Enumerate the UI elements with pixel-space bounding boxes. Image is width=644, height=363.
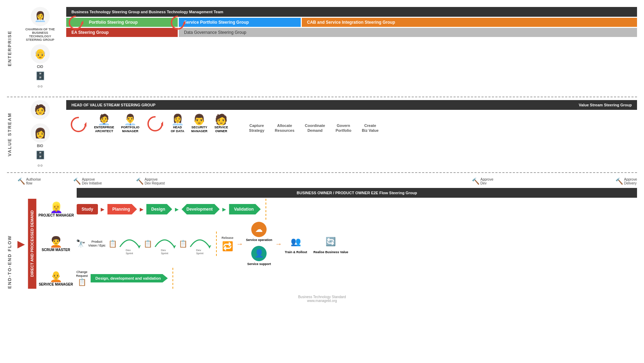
e2e-label: END-TO-END FLOW — [7, 176, 12, 289]
release-label: Release — [222, 236, 233, 240]
phase-planning: Planning — [107, 204, 137, 214]
sm-label: SCRUM MASTER — [41, 248, 70, 252]
arc-1 — [118, 233, 141, 249]
phase-validation: Validation — [229, 204, 261, 214]
sec-mgr-label: SECURITYMANAGER — [191, 126, 208, 133]
dotted-v-1 — [266, 199, 266, 220]
service-sup-icon: 👤 — [251, 246, 267, 261]
e2e-content: 🔨 Authoriseflow 🔨 ApproveDev Initiative … — [17, 176, 637, 289]
sm-person: 🧑‍🦱 SCRUM MASTER — [38, 236, 73, 252]
realise-bv-icon: 🔄 — [323, 234, 338, 249]
approve-delivery: 🔨 ApproveDelivery — [615, 177, 637, 185]
train-rollout-label: Train & Rollout — [285, 250, 307, 254]
flow-outer: ▶ DIRECT AND PROCESSED DEMAND 👱‍♀️ PROJE… — [17, 199, 637, 289]
binoculars: 🔭 — [76, 239, 85, 248]
bo-dark-bar: BUSINESS OWNER / PRODUCT OWNER E2E Flow … — [77, 188, 637, 198]
vs-db-icon: 🗄️⚙⚙ — [36, 151, 45, 169]
cio-label: CIO — [37, 65, 43, 69]
svc-label: SERVICE MANAGER — [39, 282, 73, 286]
data-gov-text: Data Governance Steering Group — [179, 28, 637, 37]
activity-govern: GovernPortfolio — [336, 123, 351, 133]
bio-avatar: 👩 BIO — [31, 123, 50, 148]
arrow-3: ▶ — [175, 206, 179, 212]
chairman-avatar: 👩‍💼 CHAIRMAN OF THE BUSINESS TECHNOLOGY … — [21, 7, 59, 41]
sprint-1: 📋 DevSprint — [108, 233, 141, 255]
divider-2 — [7, 172, 637, 173]
divider-1 — [7, 97, 637, 97]
design-dev-val: Design, development and validation — [91, 274, 168, 282]
svg-point-2 — [171, 16, 184, 29]
demand-label: DIRECT AND PROCESSED DEMAND — [28, 199, 36, 289]
arrow-2: ▶ — [140, 206, 144, 212]
bo-bar-text: BUSINESS OWNER / PRODUCT OWNER E2E Flow … — [297, 191, 417, 195]
vs-head-label: HEAD OF VALUE STREAM STEERING GROUP — [71, 103, 155, 107]
approve-authorise: 🔨 Authoriseflow — [17, 177, 73, 185]
flow-rows: 👱‍♀️ PROJECT MANAGER Study ▶ Planning ▶ … — [38, 199, 637, 289]
svc-person: 🧑‍🦲 SERVICE MANAGER — [38, 270, 73, 286]
service-portfolio-sg-bar: Service Portfolio Steering Group — [179, 18, 301, 27]
cycle-placeholder — [70, 116, 87, 133]
vs-activities: CaptureStrategy AllocateResources Coordi… — [249, 123, 379, 133]
vs-dark-bar: HEAD OF VALUE STREAM STEERING GROUP Valu… — [66, 100, 637, 110]
chairman-label: CHAIRMAN OF THE BUSINESS TECHNOLOGY STEE… — [21, 28, 59, 41]
role-ea: 🧑‍💼 ENTERPRISEARCHITECT — [94, 113, 114, 133]
activity-coord: CoordinateDemand — [305, 123, 325, 133]
activity-capture: CaptureStrategy — [249, 123, 264, 133]
db-icon: 🗄️⚙⚙ — [36, 71, 45, 90]
train-rollout-icon: 👥 — [288, 234, 304, 249]
role-sec-mgr: 👨 SECURITYMANAGER — [191, 113, 208, 133]
demand-arrow: ▶ — [17, 199, 25, 289]
svc-owner-label: SERVICEOWNER — [214, 126, 228, 133]
arc-2 — [153, 233, 176, 249]
demand-label-text: DIRECT AND PROCESSED DEMAND — [30, 211, 34, 277]
svg-point-4 — [71, 118, 85, 131]
enterprise-rows: Business Technology Steering Group and B… — [66, 7, 637, 37]
cab-sg-bar: CAB and Service Integration Steering Gro… — [302, 18, 637, 27]
release-arrow: → — [236, 240, 243, 248]
role-pm: 👨‍💼 PORTFOLIOMANAGER — [121, 113, 140, 133]
cycle-arrow-right — [170, 15, 185, 30]
approve-row: 🔨 Authoriseflow 🔨 ApproveDev Initiative … — [17, 176, 637, 187]
service-sup: 👤 Service support — [247, 246, 271, 266]
arc-3 — [189, 233, 211, 249]
role-svc-owner: 🧑 SERVICEOWNER — [214, 113, 228, 133]
svc-row: 🧑‍🦲 SERVICE MANAGER ChangeRequest 📋 Desi… — [38, 268, 637, 289]
approve-dev-init: 🔨 ApproveDev Initiative — [73, 177, 136, 185]
service-portfolio-text: Service Portfolio Steering Group — [179, 18, 301, 27]
vs-content: HEAD OF VALUE STREAM STEERING GROUP Valu… — [66, 100, 637, 135]
cycle-icon-1 — [70, 116, 87, 133]
service-op-label: Service operation — [246, 238, 273, 242]
ea-role-label: ENTERPRISEARCHITECT — [94, 126, 114, 133]
footer-line2: www.managebt.org — [7, 299, 637, 303]
service-items: ☁ Service operation 👤 Service support — [246, 222, 273, 266]
portfolio-sg-bar: Portfolio Steering Group — [66, 18, 178, 27]
enterprise-label: ENTERPRISE — [7, 30, 12, 66]
release-icon: 🔁 — [222, 241, 233, 252]
dotted-v-3 — [172, 268, 173, 289]
footer: Business Technology Standard www.manageb… — [7, 292, 637, 305]
bo-bar-container: BUSINESS OWNER / PRODUCT OWNER E2E Flow … — [17, 188, 637, 198]
service-op-icon: ☁ — [251, 222, 267, 237]
sprint-2: 📋 DevSprint — [144, 233, 176, 255]
approve-dev: 🔨 ApproveDev — [472, 177, 493, 185]
arrow-4: ▶ — [222, 206, 226, 212]
svg-point-0 — [69, 16, 82, 29]
service-op: ☁ Service operation — [246, 222, 273, 242]
footer-line1: Business Technology Standard — [7, 295, 637, 299]
cab-text: CAB and Service Integration Steering Gro… — [302, 18, 637, 27]
vs-group-label: Value Stream Steering Group — [579, 103, 632, 107]
bio-label: BIO — [37, 144, 43, 148]
pm-row: 👱‍♀️ PROJECT MANAGER Study ▶ Planning ▶ … — [38, 199, 637, 220]
release-arrow-2: → — [275, 240, 282, 248]
phase-study: Study — [77, 204, 98, 214]
service-sup-label: Service support — [247, 262, 271, 266]
pm-label: PROJECT MANAGER — [38, 213, 74, 217]
change-request: ChangeRequest 📋 — [76, 270, 88, 286]
phase-development: Development — [182, 204, 220, 214]
svg-point-6 — [148, 117, 162, 131]
cycle-arrow-left — [68, 15, 83, 30]
dotted-v-2 — [216, 232, 217, 256]
activity-allocate: AllocateResources — [275, 123, 294, 133]
vs-head-avatar: 🧑 — [31, 100, 50, 121]
pm-role-label: PORTFOLIOMANAGER — [121, 126, 140, 133]
